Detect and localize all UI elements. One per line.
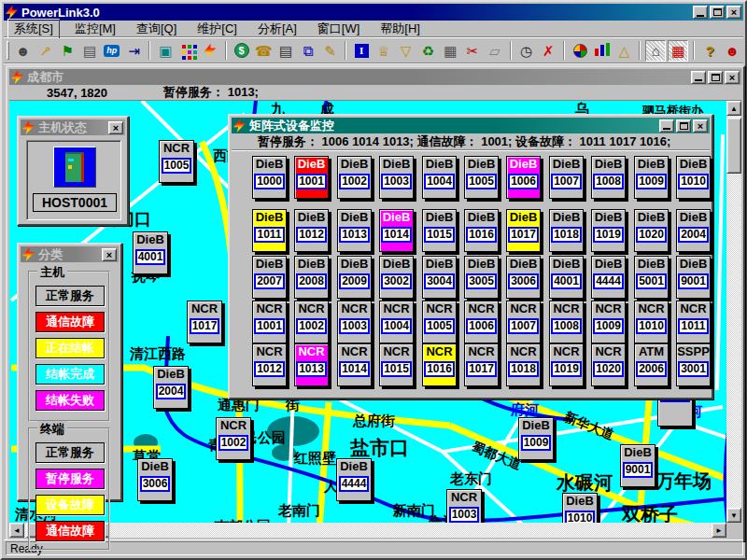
host-computer-icon[interactable] [53, 147, 96, 188]
matrix-titlebar[interactable]: 矩阵式设备监控 × [232, 118, 710, 133]
device-cell-NCR-1017[interactable]: NCR1017 [187, 301, 222, 343]
device-cell-DieB-4001[interactable]: DieB4001 [549, 256, 584, 299]
device-cell-DieB-1003[interactable]: DieB1003 [379, 156, 414, 199]
device-cell-NCR-1009[interactable]: NCR1009 [591, 301, 626, 343]
device-cell-NCR-1012[interactable]: NCR1012 [252, 343, 287, 386]
legend-item-通信故障[interactable]: 通信故障 [35, 312, 105, 332]
pen-icon[interactable]: ✎ [320, 40, 341, 62]
device-cell-NCR-1020[interactable]: NCR1020 [591, 343, 626, 386]
legend-close-button[interactable]: × [102, 248, 117, 261]
hp-icon[interactable]: hp [102, 40, 122, 62]
device-cell-NCR-1005[interactable]: NCR1005 [422, 301, 457, 343]
award-icon[interactable]: ♕ [374, 40, 394, 62]
device-cell-DieB-1000[interactable]: DieB1000 [252, 156, 287, 199]
map-horizontal-scrollbar[interactable]: ◄ ► [9, 523, 726, 538]
device-cell-DieB-4001[interactable]: DieB4001 [133, 231, 168, 274]
menu-item-3[interactable]: 维护[C] [191, 20, 243, 38]
eraser-icon[interactable]: ▱ [485, 40, 505, 62]
phone-icon[interactable]: ☎ [253, 40, 274, 62]
main-titlebar[interactable]: PowerLink3.0 × [4, 4, 743, 21]
menu-item-2[interactable]: 查询[Q] [131, 20, 182, 38]
clock-icon[interactable]: ◷ [516, 40, 537, 62]
toolbar-grip[interactable] [7, 41, 9, 60]
device-cell-NCR-1015[interactable]: NCR1015 [379, 343, 414, 386]
device-cell-DieB-1016[interactable]: DieB1016 [464, 209, 499, 252]
legend-item-结帐失败[interactable]: 结帐失败 [35, 390, 105, 411]
device-cell-DieB-2008[interactable]: DieB2008 [294, 256, 329, 299]
device-cell-DieB-9001[interactable]: DieB9001 [620, 444, 655, 487]
device-cell-DieB-4444[interactable]: DieB4444 [336, 458, 372, 501]
device-cell-DieB-4444[interactable]: DieB4444 [591, 256, 626, 299]
pie-chart-icon[interactable] [570, 40, 590, 62]
minimize-button[interactable] [693, 6, 708, 19]
device-cell-DieB-1010[interactable]: DieB1010 [676, 156, 711, 199]
maximize-button[interactable] [710, 6, 725, 19]
scissors-icon[interactable]: ✂ [462, 40, 483, 62]
matrix-close-button[interactable]: × [693, 119, 708, 133]
matrix-maximize-button[interactable] [676, 119, 691, 133]
agent-icon[interactable]: ☻ [722, 40, 742, 62]
device-cell-NCR-1007[interactable]: NCR1007 [506, 301, 541, 343]
menu-item-6[interactable]: 帮助[H] [374, 20, 426, 38]
device-cell-DieB-3005[interactable]: DieB3005 [464, 256, 499, 299]
device-cell-DieB-1005[interactable]: DieB1005 [464, 156, 499, 199]
capital-i-icon[interactable]: I [351, 40, 372, 62]
device-cell-DieB-3006[interactable]: DieB3006 [506, 256, 541, 299]
device-cell-DieB-1017[interactable]: DieB1017 [506, 209, 541, 252]
device-cell-DieB-1006[interactable]: DieB1006 [506, 156, 541, 199]
receipt-printer-icon[interactable]: ▤ [275, 40, 296, 62]
device-cell-NCR-1004[interactable]: NCR1004 [379, 301, 414, 343]
map-vertical-scrollbar[interactable]: ▲ ▼ [726, 101, 741, 523]
host-close-button[interactable]: × [108, 121, 123, 134]
map-maximize-button[interactable] [708, 71, 723, 84]
device-cell-NCR-1001[interactable]: NCR1001 [252, 301, 287, 343]
flag-icon[interactable]: ⚑ [57, 40, 78, 62]
delete-icon[interactable]: ✗ [538, 40, 558, 62]
host-titlebar[interactable]: 主机状态 × [21, 119, 125, 135]
scroll-right-button[interactable]: ► [712, 523, 726, 538]
matrix-view-icon[interactable]: ▦ [668, 40, 688, 62]
legend-item-正常服务[interactable]: 正常服务 [35, 442, 105, 463]
device-cell-DieB-1009[interactable]: DieB1009 [518, 417, 554, 460]
close-button[interactable]: × [726, 6, 741, 19]
legend-item-正在结帐[interactable]: 正在结帐 [35, 338, 105, 358]
device-cell-DieB-1012[interactable]: DieB1012 [294, 209, 329, 252]
device-cell-DieB-1010[interactable]: DieB1010 [562, 493, 598, 523]
device-cell-DieB-2009[interactable]: DieB2009 [337, 256, 372, 299]
building-view-icon[interactable]: ⌂ [645, 40, 666, 62]
cabinet-icon[interactable]: ▦ [440, 40, 460, 62]
menu-item-5[interactable]: 窗口[W] [312, 20, 366, 38]
menu-item-4[interactable]: 分析[A] [252, 20, 303, 38]
vertical-scroll-thumb[interactable] [726, 118, 741, 174]
device-cell-DieB-1020[interactable]: DieB1020 [634, 209, 669, 252]
device-cell-DieB-1004[interactable]: DieB1004 [422, 156, 457, 199]
bar-chart-icon[interactable] [592, 40, 613, 62]
device-cell-DieB-3002[interactable]: DieB3002 [379, 256, 414, 299]
device-cell-NCR-1017[interactable]: NCR1017 [464, 343, 499, 386]
device-cell-ATM-2006[interactable]: ATM2006 [634, 343, 669, 386]
device-cell-NCR-1002[interactable]: NCR1002 [216, 417, 251, 460]
device-cell-NCR-1018[interactable]: NCR1018 [506, 343, 541, 386]
device-cell-DieB-1013[interactable]: DieB1013 [337, 209, 372, 252]
exit-icon[interactable]: ⇥ [124, 40, 145, 62]
scroll-up-button[interactable]: ▲ [726, 101, 741, 116]
device-cell-NCR-1006[interactable]: NCR1006 [464, 301, 499, 343]
cascade-windows-icon[interactable]: ⧉ [298, 40, 318, 62]
legend-item-设备故障[interactable]: 设备故障 [35, 495, 105, 515]
map-image-icon[interactable]: ▣ [155, 40, 176, 62]
color-grid-icon[interactable] [177, 40, 198, 62]
device-cell-NCR-1016[interactable]: NCR1016 [422, 343, 457, 386]
device-cell-DieB-1002[interactable]: DieB1002 [337, 156, 372, 199]
device-cell-DieB-2004[interactable]: DieB2004 [676, 209, 711, 252]
matrix-minimize-button[interactable] [659, 119, 674, 133]
device-cell-NCR-1011[interactable]: NCR1011 [676, 301, 711, 343]
device-cell-DieB-1015[interactable]: DieB1015 [422, 209, 457, 252]
device-cell-DieB-1014[interactable]: DieB1014 [379, 209, 414, 252]
device-cell-DieB-1008[interactable]: DieB1008 [591, 156, 626, 199]
device-cell-DieB-2004[interactable]: DieB2004 [153, 366, 189, 409]
legend-item-正常服务[interactable]: 正常服务 [35, 286, 105, 306]
device-cell-NCR-1008[interactable]: NCR1008 [549, 301, 584, 343]
map-minimize-button[interactable] [691, 71, 706, 84]
scroll-left-button[interactable]: ◄ [9, 523, 24, 538]
device-cell-SSPP-3001[interactable]: SSPP3001 [676, 343, 711, 386]
